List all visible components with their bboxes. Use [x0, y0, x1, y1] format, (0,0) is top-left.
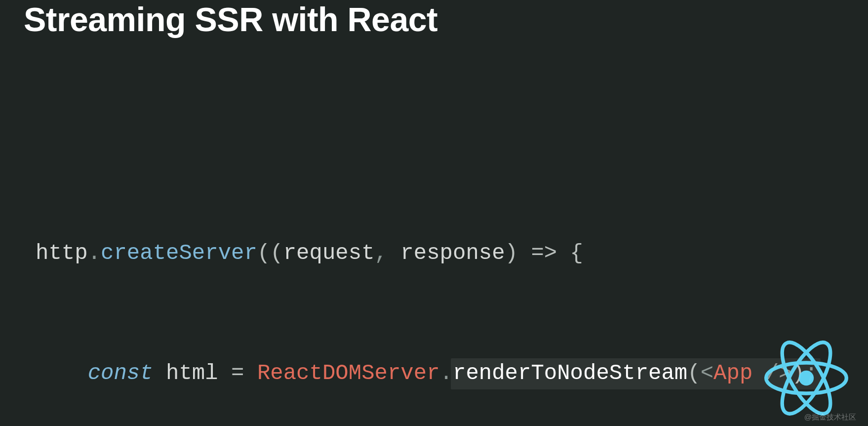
slide: Streaming SSR with React http.createServ…: [0, 0, 868, 426]
token-indent: [36, 361, 88, 385]
code-line-2: const html = ReactDOMServer.renderToNode…: [0, 358, 868, 389]
token-dot: .: [88, 241, 101, 265]
code-line-1: http.createServer((request, response) =>…: [0, 238, 868, 268]
slide-title: Streaming SSR with React: [24, 0, 437, 39]
token-eq: =: [218, 361, 257, 385]
token-object: http: [36, 241, 88, 265]
token-keyword: const: [88, 361, 153, 385]
react-logo-icon: [764, 336, 848, 420]
token-paren: (: [687, 361, 700, 385]
token-method: createServer: [101, 241, 257, 265]
svg-point-0: [799, 371, 814, 385]
token-paren: ((: [257, 241, 283, 265]
token-paren: ): [505, 241, 518, 265]
token-arg: response: [400, 241, 505, 265]
token-tagpunc: <: [701, 361, 713, 385]
token-tag: App: [713, 361, 752, 385]
token-arrow: => {: [518, 241, 583, 265]
token-comma: ,: [375, 241, 401, 265]
watermark: @掘金技术社区: [804, 413, 856, 422]
token-method: renderToNodeStream: [453, 361, 687, 385]
token-arg: request: [283, 241, 375, 265]
token-var: html: [166, 361, 218, 385]
token-class: ReactDOMServer: [257, 361, 440, 385]
code-block: http.createServer((request, response) =>…: [0, 148, 868, 426]
token-space: [153, 361, 166, 385]
